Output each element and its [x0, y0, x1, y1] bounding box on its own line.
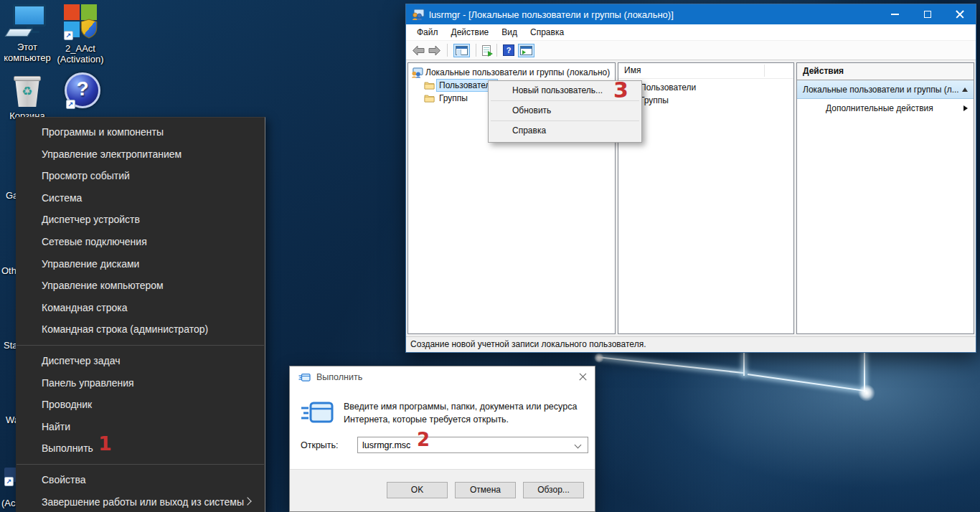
menu-help[interactable]: Справка	[524, 27, 570, 37]
column-divider[interactable]	[764, 65, 765, 77]
context-item-help[interactable]: Справка	[489, 121, 641, 141]
desktop-icon-recycle-bin[interactable]: ♻ Корзина	[0, 75, 55, 121]
wallpaper-glow	[594, 353, 604, 363]
winx-item-disk-management[interactable]: Управление дисками	[16, 253, 265, 275]
folder-icon	[424, 94, 435, 103]
recycle-symbol-icon: ♻	[11, 84, 43, 99]
run-dialog-icon	[301, 401, 334, 425]
desktop-icon-this-pc[interactable]: Этот компьютер	[0, 3, 55, 63]
desktop-icon-help-shortcut[interactable]: ? ↗	[56, 72, 110, 110]
run-footer: OK Отмена Обзор...	[290, 469, 595, 511]
winx-item-command-prompt[interactable]: Командная строка	[16, 297, 265, 319]
expand-triangle-icon	[963, 105, 968, 111]
help-icon: ?	[503, 44, 514, 56]
maximize-button[interactable]	[911, 4, 943, 24]
browse-button[interactable]: Обзор...	[523, 482, 584, 498]
minimize-icon	[891, 14, 899, 15]
shortcut-arrow-icon: ↗	[4, 477, 14, 486]
winx-item-device-manager[interactable]: Диспетчер устройств	[16, 209, 265, 231]
open-label: Открыть:	[301, 440, 339, 450]
actions-pane: Действия Локальные пользователи и группы…	[796, 62, 974, 334]
desktop-icon-label: 2_AAct (Activation)	[53, 43, 108, 65]
menu-file[interactable]: Файл	[410, 27, 445, 37]
show-action-pane-button[interactable]	[518, 44, 534, 57]
column-header-label: Имя	[624, 65, 641, 75]
help-button[interactable]: ?	[503, 44, 514, 56]
question-mark-icon: ? ↗	[64, 72, 103, 110]
run-command-input[interactable]	[357, 437, 588, 453]
tree-root-item[interactable]: Локальные пользователи и группы (локальн…	[408, 66, 615, 79]
run-titlebar[interactable]: Выполнить	[290, 366, 595, 388]
winx-item-run[interactable]: Выполнить	[16, 437, 265, 460]
actions-group-local-users[interactable]: Локальные пользователи и группы (л...	[797, 80, 974, 99]
desktop-icon-label: Этот компьютер	[0, 42, 55, 63]
result-list-pane: Имя Пользователи Группы	[618, 62, 794, 334]
more-actions-label: Дополнительные действия	[826, 103, 933, 113]
local-users-groups-icon	[411, 67, 423, 78]
shortcut-arrow-icon: ↗	[66, 100, 75, 109]
toolbar-separator	[476, 44, 476, 57]
back-button[interactable]	[412, 45, 425, 56]
winx-item-search[interactable]: Найти	[16, 416, 265, 438]
winx-item-event-viewer[interactable]: Просмотр событий	[16, 165, 265, 187]
toolbar-separator	[447, 44, 448, 57]
annotation-step-2: 2	[417, 429, 430, 450]
forward-arrow-icon	[428, 45, 441, 56]
tree-item-label: Группы	[437, 93, 470, 104]
export-list-button[interactable]	[482, 45, 491, 56]
winx-item-control-panel[interactable]: Панель управления	[16, 372, 265, 394]
partial-icon-label: (Ac	[1, 498, 16, 508]
winx-item-command-prompt-admin[interactable]: Командная строка (администратор)	[16, 318, 265, 341]
maximize-icon	[924, 11, 931, 18]
show-console-tree-button[interactable]	[453, 44, 470, 57]
menu-separator	[17, 464, 264, 465]
winx-item-network-connections[interactable]: Сетевые подключения	[16, 231, 265, 253]
list-row-users[interactable]: Пользователи	[618, 81, 793, 94]
winx-item-shutdown[interactable]: Завершение работы или выход из системы	[16, 491, 265, 512]
winx-item-properties[interactable]: Свойства	[16, 469, 265, 491]
collapse-triangle-icon	[962, 87, 968, 92]
lusrmgr-app-icon	[412, 9, 425, 20]
aact-icon: ↗	[62, 4, 98, 40]
run-title: Выполнить	[316, 372, 362, 382]
status-bar: Создание новой учетной записи локального…	[406, 336, 976, 352]
menu-separator	[17, 345, 264, 346]
run-app-icon	[298, 373, 311, 382]
submenu-chevron-icon	[243, 497, 251, 505]
wallpaper-light-line	[743, 353, 745, 376]
ok-button[interactable]: OK	[387, 482, 448, 498]
minimize-button[interactable]	[879, 4, 911, 24]
run-dialog: Выполнить Введите имя программы, папки, …	[289, 366, 595, 512]
winx-item-system[interactable]: Система	[16, 187, 265, 209]
winx-item-label: Завершение работы или выход из системы	[42, 496, 244, 508]
uac-shield-icon	[80, 19, 98, 39]
winx-item-file-explorer[interactable]: Проводник	[16, 394, 265, 416]
column-header-name[interactable]: Имя	[618, 63, 793, 79]
wallpaper-glow	[858, 384, 875, 402]
cancel-button[interactable]: Отмена	[455, 482, 516, 498]
partial-icon-label: Oth	[1, 265, 17, 276]
back-arrow-icon	[412, 45, 425, 56]
close-button[interactable]	[943, 4, 976, 24]
run-description: Введите имя программы, папки, документа …	[344, 400, 583, 426]
winx-item-task-manager[interactable]: Диспетчер задач	[16, 350, 265, 372]
winx-item-power-options[interactable]: Управление электропитанием	[16, 143, 265, 166]
context-item-refresh[interactable]: Обновить	[489, 101, 641, 120]
menu-action[interactable]: Действие	[445, 27, 496, 37]
winx-item-computer-management[interactable]: Управление компьютером	[16, 275, 265, 297]
this-pc-icon	[7, 3, 47, 39]
run-close-button[interactable]	[577, 371, 588, 383]
menu-view[interactable]: Вид	[495, 27, 524, 37]
toolbar-separator	[496, 44, 497, 57]
forward-button[interactable]	[428, 45, 441, 56]
list-row-groups[interactable]: Группы	[618, 94, 793, 107]
winx-menu: Программы и компоненты Управление электр…	[16, 117, 265, 512]
action-pane-icon	[520, 46, 532, 55]
lusrmgr-titlebar[interactable]: lusrmgr - [Локальные пользователи и груп…	[406, 4, 976, 24]
desktop-icon-2aact[interactable]: ↗ 2_AAct (Activation)	[53, 4, 108, 65]
winx-item-programs-features[interactable]: Программы и компоненты	[16, 121, 265, 143]
actions-more-actions[interactable]: Дополнительные действия	[797, 99, 974, 118]
recycle-bin-icon: ♻	[11, 75, 43, 108]
lusrmgr-window: lusrmgr - [Локальные пользователи и груп…	[405, 4, 976, 353]
folder-icon	[424, 81, 435, 90]
